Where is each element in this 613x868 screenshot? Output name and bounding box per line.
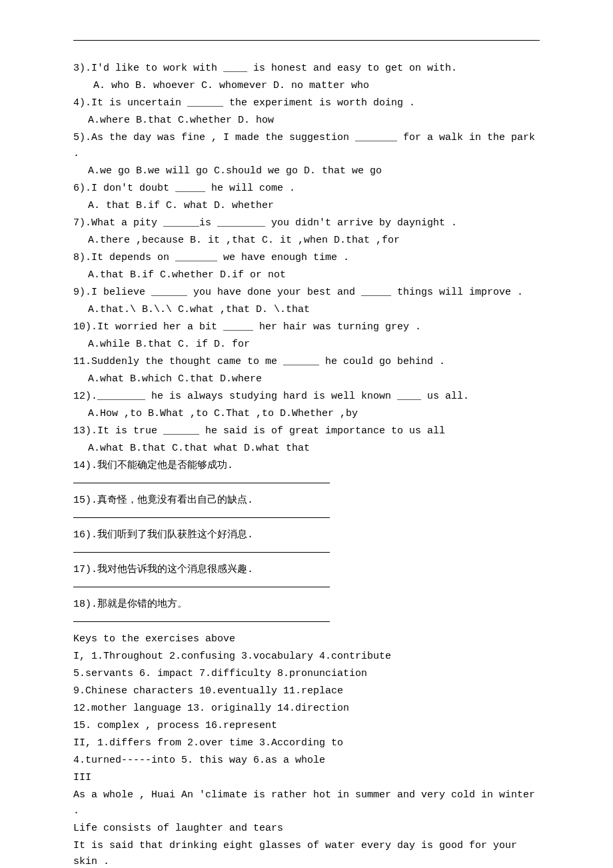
question-6: 6).I don't doubt _____ he will come . [73,181,540,197]
answers-II-line1: II, 1.differs from 2.over time 3.Accordi… [73,735,540,751]
question-9: 9).I believe ______ you have done your b… [73,285,540,301]
answer-line-16: ————————————————————————————————————————… [73,545,540,561]
answer-line-14: ————————————————————————————————————————… [73,475,540,491]
question-3-options: A. who B. whoever C. whomever D. no matt… [73,78,540,94]
question-7: 7).What a pity ______is ________ you did… [73,215,540,231]
question-14: 14).我们不能确定他是否能够成功. [73,458,540,474]
question-11: 11.Suddenly the thought came to me _____… [73,354,540,370]
answers-III-line2: Life consists of laughter and tears [73,821,540,837]
answers-III-line3: It is said that drinking eight glasses o… [73,838,540,868]
question-8-options: A.that B.if C.whether D.if or not [73,267,540,283]
answers-header: Keys to the exercises above [73,631,540,647]
question-5: 5).As the day was fine , I made the sugg… [73,130,540,162]
question-18: 18).那就是你错的地方。 [73,597,540,613]
question-16: 16).我们听到了我们队获胜这个好消息. [73,527,540,543]
question-17: 17).我对他告诉我的这个消息很感兴趣. [73,562,540,578]
answers-III-header: III [73,770,540,786]
question-15: 15).真奇怪，他竟没有看出自己的缺点. [73,493,540,509]
document-page: 3).I'd like to work with ____ is honest … [0,0,613,868]
answers-I-line2: 5.servants 6. impact 7.difficulty 8.pron… [73,666,540,682]
question-11-options: A.what B.which C.that D.where [73,371,540,387]
question-10: 10).It worried her a bit _____ her hair … [73,319,540,335]
question-3: 3).I'd like to work with ____ is honest … [73,61,540,77]
question-9-options: A.that.\ B.\.\ C.what ,that D. \.that [73,302,540,318]
answers-III-line1: As a whole , Huai An 'climate is rather … [73,787,540,819]
answers-I-line5: 15. complex , process 16.represent [73,718,540,734]
question-7-options: A.there ,because B. it ,that C. it ,when… [73,233,540,249]
question-4-options: A.where B.that C.whether D. how [73,113,540,129]
question-13: 13).It is true ______ he said is of grea… [73,423,540,439]
top-rule [73,40,540,41]
question-8: 8).It depends on _______ we have enough … [73,250,540,266]
answers-II-line2: 4.turned-----into 5. this way 6.as a who… [73,753,540,769]
question-10-options: A.while B.that C. if D. for [73,337,540,353]
question-12: 12).________ he is always studying hard … [73,389,540,405]
answers-I-line1: I, 1.Throughout 2.confusing 3.vocabulary… [73,649,540,665]
question-12-options: A.How ,to B.What ,to C.That ,to D.Whethe… [73,406,540,422]
answer-line-17: ————————————————————————————————————————… [73,579,540,595]
question-6-options: A. that B.if C. what D. whether [73,198,540,214]
answers-I-line4: 12.mother language 13. originally 14.dir… [73,701,540,717]
answer-line-18: ————————————————————————————————————————… [73,614,540,630]
answers-I-line3: 9.Chinese characters 10.eventually 11.re… [73,683,540,699]
question-4: 4).It is uncertain ______ the experiment… [73,95,540,111]
answer-line-15: ————————————————————————————————————————… [73,510,540,526]
question-13-options: A.what B.that C.that what D.what that [73,441,540,457]
question-5-options: A.we go B.we will go C.should we go D. t… [73,163,540,179]
